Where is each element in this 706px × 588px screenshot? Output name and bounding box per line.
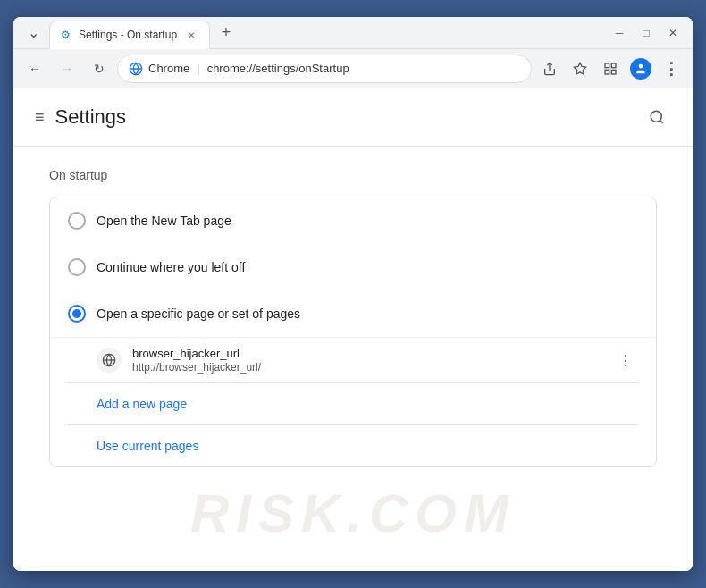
settings-container: ≡ Settings On startup Open <box>13 88 693 489</box>
tab-title-label: Settings - On startup <box>79 29 179 41</box>
title-bar: ⌄ ⚙ Settings - On startup ✕ + ─ □ ✕ <box>13 17 693 49</box>
minimize-button[interactable]: ─ <box>607 21 632 46</box>
hamburger-menu-icon[interactable]: ≡ <box>35 108 45 127</box>
add-new-page-container: Add a new page <box>50 383 656 424</box>
tab-favicon-icon: ⚙ <box>61 29 73 41</box>
radio-continue[interactable]: Continue where you left off <box>50 244 656 290</box>
forward-button[interactable]: → <box>53 55 81 83</box>
watermark: RISK.COM <box>190 483 516 544</box>
settings-header: ≡ Settings <box>13 88 693 147</box>
globe-icon <box>97 348 122 373</box>
extension-icon[interactable] <box>596 55 625 83</box>
settings-title-area: ≡ Settings <box>35 105 126 129</box>
brand-label: Chrome <box>148 62 189 75</box>
active-tab[interactable]: ⚙ Settings - On startup ✕ <box>49 21 210 49</box>
use-current-pages-container: Use current pages <box>50 425 656 466</box>
page-content: ≡ Settings On startup Open <box>13 88 693 571</box>
svg-rect-6 <box>611 70 616 74</box>
profile-button[interactable] <box>626 55 655 83</box>
tab-strip: ⌄ ⚙ Settings - On startup ✕ + <box>21 17 603 48</box>
svg-rect-4 <box>605 63 609 68</box>
url-entry-menu-button[interactable]: ⋮ <box>613 348 638 373</box>
url-name-label: browser_hijacker_url <box>132 347 602 360</box>
svg-marker-3 <box>574 63 585 74</box>
radio-new-tab-label: Open the New Tab page <box>97 214 231 228</box>
radio-specific-page[interactable]: Open a specific page or set of pages <box>50 290 656 337</box>
radio-continue-indicator <box>68 258 86 276</box>
new-tab-button[interactable]: + <box>214 21 239 46</box>
radio-continue-label: Continue where you left off <box>97 260 245 274</box>
page-title: Settings <box>55 105 127 129</box>
svg-line-10 <box>660 120 662 122</box>
share-icon[interactable] <box>535 55 564 83</box>
url-text: chrome://settings/onStartup <box>207 62 520 75</box>
back-button[interactable]: ← <box>21 55 49 83</box>
startup-options-card: Open the New Tab page Continue where you… <box>49 197 657 467</box>
address-bar[interactable]: Chrome | chrome://settings/onStartup <box>117 55 532 83</box>
svg-point-9 <box>651 111 661 122</box>
radio-specific-dot <box>72 309 81 318</box>
menu-button[interactable]: ⋮ <box>657 55 685 83</box>
url-separator: | <box>197 62 199 75</box>
use-current-pages-link[interactable]: Use current pages <box>97 439 198 453</box>
maximize-button[interactable]: □ <box>634 21 659 46</box>
svg-point-8 <box>639 63 643 68</box>
svg-rect-5 <box>611 63 616 68</box>
url-address-label: http://browser_hijacker_url/ <box>132 361 602 374</box>
bookmark-icon[interactable] <box>566 55 594 83</box>
site-security-icon <box>129 62 143 76</box>
radio-specific-label: Open a specific page or set of pages <box>97 307 300 321</box>
add-new-page-link[interactable]: Add a new page <box>97 397 187 411</box>
section-label: On startup <box>49 168 657 182</box>
browser-window: ⌄ ⚙ Settings - On startup ✕ + ─ □ ✕ ← → … <box>13 17 693 571</box>
tab-close-button[interactable]: ✕ <box>184 28 198 42</box>
url-entry-item: browser_hijacker_url http://browser_hija… <box>50 337 656 382</box>
close-button[interactable]: ✕ <box>660 21 685 46</box>
window-controls: ─ □ ✕ <box>607 21 685 46</box>
settings-search-button[interactable] <box>643 103 671 131</box>
toolbar: ← → ↻ Chrome | chrome://settings/onStart… <box>13 49 693 88</box>
profile-avatar <box>630 58 651 80</box>
radio-new-tab-indicator <box>68 212 86 230</box>
chevron-down-icon[interactable]: ⌄ <box>21 21 46 46</box>
toolbar-actions: ⋮ <box>535 55 685 83</box>
svg-rect-7 <box>605 70 609 74</box>
reload-button[interactable]: ↻ <box>85 55 113 83</box>
on-startup-section: On startup Open the New Tab page Continu… <box>13 147 693 489</box>
radio-specific-indicator <box>68 305 86 323</box>
radio-new-tab[interactable]: Open the New Tab page <box>50 197 656 244</box>
url-info: browser_hijacker_url http://browser_hija… <box>132 347 602 374</box>
